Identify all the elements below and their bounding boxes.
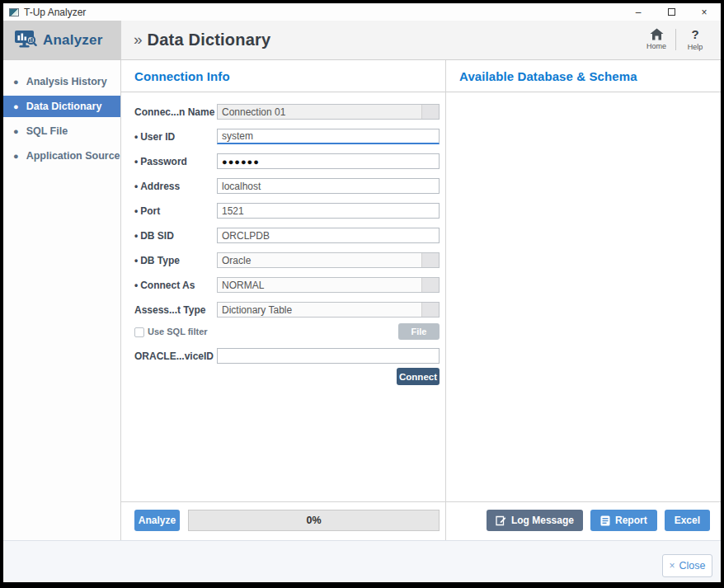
- field-label: •Connect As: [134, 280, 195, 291]
- footer: × Close: [3, 540, 721, 582]
- close-window-button[interactable]: ×: [688, 3, 721, 21]
- minimize-button[interactable]: –: [622, 3, 655, 21]
- form-row-db-type: •DB Type Oracle: [121, 252, 445, 269]
- field-text: DB SID: [140, 230, 174, 242]
- maximize-icon: [668, 8, 675, 16]
- bullet-icon: ●: [13, 152, 19, 161]
- report-icon: [600, 515, 610, 526]
- password-input[interactable]: [217, 153, 440, 169]
- sidebar: ● Analysis History ● Data Dictionary ● S…: [3, 60, 121, 540]
- field-label: •DB SID: [134, 230, 174, 242]
- home-label: Home: [646, 42, 666, 50]
- form-row-db-sid: •DB SID: [121, 228, 445, 244]
- sidebar-item-data-dictionary[interactable]: ● Data Dictionary: [3, 96, 120, 117]
- file-button[interactable]: File: [398, 323, 440, 340]
- progress-label: 0%: [306, 515, 321, 526]
- use-sql-filter-checkbox[interactable]: [134, 327, 144, 337]
- header-tools-divider: [675, 29, 676, 50]
- connection-form: Connec...n Name Connection 01 •User ID •…: [121, 60, 445, 540]
- sidebar-item-application-source[interactable]: ● Application Source: [3, 145, 120, 167]
- field-text: Connec...n Name: [134, 106, 214, 118]
- home-button[interactable]: Home: [639, 28, 674, 50]
- sidebar-item-sql-file[interactable]: ● SQL File: [3, 120, 120, 142]
- window-title: T-Up Analyzer: [24, 7, 86, 18]
- oracle-service-id-input[interactable]: [217, 348, 440, 364]
- form-row-port: •Port: [121, 203, 445, 219]
- close-button[interactable]: × Close: [662, 554, 712, 577]
- user-id-input[interactable]: [217, 129, 440, 144]
- form-row-address: •Address: [121, 178, 445, 195]
- connect-row: Connect: [121, 368, 445, 384]
- field-text: Password: [140, 156, 187, 167]
- maximize-button[interactable]: [655, 3, 688, 21]
- bullet-icon: ●: [13, 78, 19, 87]
- combo-value: NORMAL: [218, 280, 421, 291]
- form-row-password: •Password: [121, 153, 445, 170]
- bullet-icon: ●: [13, 127, 19, 136]
- help-icon: ?: [691, 27, 698, 41]
- field-label: •Port: [134, 205, 160, 217]
- combo-value: Connection 01: [218, 106, 421, 118]
- report-button[interactable]: Report: [590, 510, 657, 531]
- analyze-button[interactable]: Analyze: [134, 510, 180, 531]
- assessment-type-select[interactable]: Dictionary Table: [217, 302, 440, 318]
- connect-button[interactable]: Connect: [397, 368, 440, 385]
- log-message-button[interactable]: Log Message: [487, 510, 583, 531]
- required-bullet: •: [134, 131, 138, 143]
- analyze-bar: Analyze 0%: [121, 501, 445, 540]
- field-text: Address: [140, 181, 180, 192]
- help-button[interactable]: ? Help: [678, 27, 712, 51]
- db-type-select[interactable]: Oracle: [217, 252, 440, 268]
- field-label: •DB Type: [134, 255, 180, 266]
- port-input[interactable]: [217, 203, 440, 219]
- connect-as-select[interactable]: NORMAL: [217, 277, 440, 293]
- dropdown-button[interactable]: [421, 105, 439, 119]
- required-bullet: •: [134, 181, 138, 192]
- window-controls: – ×: [622, 3, 721, 21]
- header-tools: Home ? Help: [639, 27, 712, 51]
- close-x-icon: ×: [670, 560, 675, 572]
- field-label: Connec...n Name: [134, 106, 214, 118]
- required-bullet: •: [134, 205, 138, 217]
- titlebar: T-Up Analyzer – ×: [3, 3, 721, 21]
- field-text: User ID: [140, 131, 175, 143]
- combo-value: Dictionary Table: [218, 304, 421, 316]
- database-schema-title: Available Database & Schema: [446, 60, 721, 92]
- excel-button[interactable]: Excel: [665, 510, 710, 531]
- connection-name-select[interactable]: Connection 01: [217, 104, 440, 120]
- connection-panel: Connection Info Connec...n Name Connecti…: [121, 60, 446, 540]
- analyzer-logo-icon: [14, 30, 37, 50]
- required-bullet: •: [134, 255, 138, 266]
- report-bar: Log Message Report Excel: [446, 501, 721, 540]
- dropdown-button[interactable]: [421, 303, 439, 317]
- form-row-assessment-type: Assess...t Type Dictionary Table: [121, 302, 445, 318]
- sidebar-item-analysis-history[interactable]: ● Analysis History: [3, 71, 120, 92]
- home-icon: [650, 28, 664, 40]
- field-text: Assess...t Type: [134, 304, 205, 316]
- form-row-connection-name: Connec...n Name Connection 01: [121, 104, 445, 120]
- progress-bar: 0%: [188, 510, 440, 531]
- dropdown-button[interactable]: [421, 253, 439, 267]
- page-title: Data Dictionary: [148, 31, 271, 49]
- log-icon: [496, 515, 506, 526]
- bullet-icon: ●: [13, 102, 19, 111]
- combo-value: Oracle: [218, 255, 421, 266]
- field-label: •Address: [134, 181, 180, 192]
- field-label: ORACLE...viceID: [134, 350, 214, 362]
- header: Analyzer » Data Dictionary Home ? Help: [3, 21, 721, 60]
- app-window: T-Up Analyzer – × Analyzer »: [3, 3, 721, 582]
- brand-name: Analyzer: [43, 32, 102, 49]
- sidebar-item-label: SQL File: [26, 125, 68, 137]
- field-text: DB Type: [140, 255, 180, 266]
- db-sid-input[interactable]: [217, 228, 440, 243]
- breadcrumb-chevron: »: [134, 31, 143, 50]
- address-input[interactable]: [217, 178, 440, 194]
- sidebar-item-label: Application Source: [26, 150, 120, 162]
- form-row-connect-as: •Connect As NORMAL: [121, 277, 445, 294]
- field-label: •User ID: [134, 131, 175, 143]
- field-label: •Password: [134, 156, 187, 167]
- log-message-label: Log Message: [511, 515, 574, 526]
- sidebar-item-label: Analysis History: [26, 76, 107, 87]
- dropdown-button[interactable]: [421, 278, 439, 292]
- close-label: Close: [679, 560, 706, 572]
